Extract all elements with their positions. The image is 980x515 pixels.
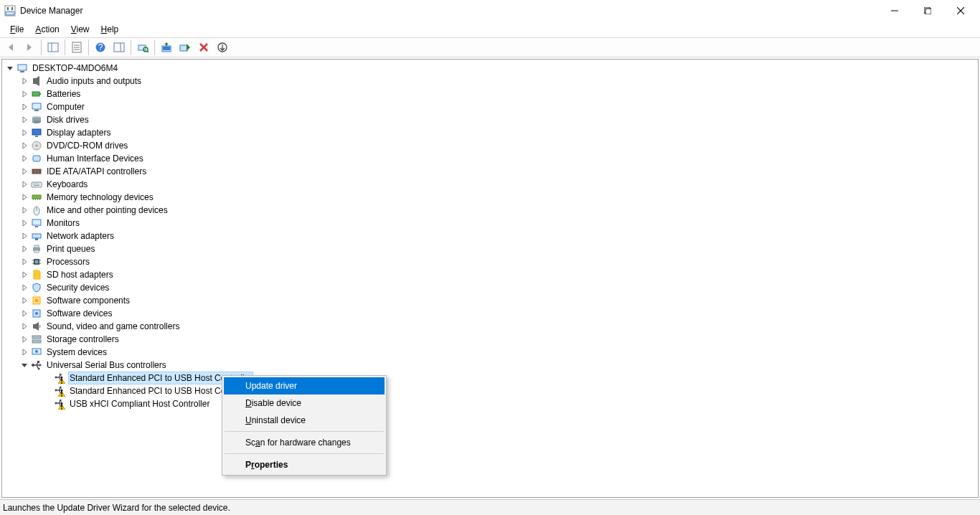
- tree-category-row[interactable]: DVD/CD-ROM drives: [2, 139, 978, 152]
- menu-action[interactable]: Action: [29, 23, 65, 36]
- toolbar-help-button[interactable]: ?: [92, 39, 109, 56]
- tree-category-row[interactable]: Storage controllers: [2, 333, 978, 346]
- tree-category-row[interactable]: Security devices: [2, 281, 978, 294]
- tree-root-row[interactable]: DESKTOP-4MDO6M4: [2, 62, 978, 75]
- chevron-right-icon[interactable]: [19, 334, 29, 344]
- svg-rect-78: [32, 340, 41, 343]
- help-icon: ?: [95, 42, 106, 53]
- chevron-right-icon[interactable]: [19, 166, 29, 176]
- toolbar-update-driver-button[interactable]: [158, 39, 175, 56]
- chevron-right-icon[interactable]: [19, 244, 29, 254]
- tree-root-label: DESKTOP-4MDO6M4: [31, 62, 119, 75]
- chevron-right-icon[interactable]: [19, 347, 29, 357]
- tree-category-row[interactable]: Software devices: [2, 307, 978, 320]
- chevron-right-icon[interactable]: [19, 205, 29, 215]
- ctx-disable-device[interactable]: Disable device: [224, 394, 385, 412]
- chevron-right-icon[interactable]: [19, 270, 29, 280]
- tree-category-row[interactable]: Monitors: [2, 217, 978, 230]
- tree-device-row[interactable]: !USB xHCI Compliant Host Controller: [2, 397, 978, 410]
- svg-rect-2: [11, 7, 13, 10]
- chevron-right-icon[interactable]: [19, 283, 29, 293]
- tree-category-row[interactable]: Print queues: [2, 242, 978, 255]
- ctx-properties[interactable]: Properties: [224, 456, 385, 473]
- chevron-right-icon[interactable]: [19, 179, 29, 189]
- toolbar-console-tree-button[interactable]: [44, 39, 62, 56]
- tree-category-row[interactable]: Mice and other pointing devices: [2, 204, 978, 217]
- svg-rect-60: [35, 226, 38, 227]
- ctx-update-driver[interactable]: Update driver: [224, 377, 385, 394]
- toolbar-disable-button[interactable]: [195, 39, 212, 56]
- chevron-right-icon[interactable]: [19, 153, 29, 164]
- chevron-down-icon[interactable]: [5, 63, 15, 73]
- svg-rect-61: [32, 234, 41, 238]
- cpu-icon: [31, 256, 42, 268]
- tree-category-label: Human Interface Devices: [45, 152, 145, 165]
- toolbar-scan-button[interactable]: [134, 39, 151, 56]
- tree-category-row[interactable]: IDE ATA/ATAPI controllers: [2, 165, 978, 178]
- tree-category-row[interactable]: Computer: [2, 100, 978, 113]
- menu-help[interactable]: Help: [95, 23, 125, 36]
- chevron-right-icon[interactable]: [19, 192, 29, 202]
- tree-category-label: Display adapters: [45, 126, 112, 139]
- toolbar-back-button[interactable]: [2, 39, 19, 56]
- chevron-right-icon[interactable]: [19, 141, 29, 151]
- tree-category-row[interactable]: Software components: [2, 294, 978, 307]
- device-tree[interactable]: DESKTOP-4MDO6M4 Audio inputs and outputs…: [2, 60, 978, 497]
- chevron-right-icon[interactable]: [19, 102, 29, 112]
- tree-category-row[interactable]: SD host adapters: [2, 268, 978, 281]
- toolbar-action-pane-button[interactable]: [110, 39, 128, 56]
- status-text: Launches the Update Driver Wizard for th…: [3, 503, 230, 513]
- toolbar-properties-button[interactable]: [68, 39, 85, 56]
- chevron-right-icon[interactable]: [19, 115, 29, 125]
- chevron-down-icon[interactable]: [19, 360, 29, 370]
- tree-device-row[interactable]: !Standard Enhanced PCI to USB Host Cont: [2, 384, 978, 397]
- tree-device-row[interactable]: !Standard Enhanced PCI to USB Host Contr…: [2, 372, 978, 384]
- svg-rect-48: [33, 184, 34, 184]
- toolbar-enable-button[interactable]: [176, 39, 194, 56]
- close-button[interactable]: [944, 0, 977, 22]
- disable-device-icon: [198, 42, 209, 53]
- tree-category-row[interactable]: Audio inputs and outputs: [2, 75, 978, 88]
- tree-category-label: Software devices: [45, 307, 113, 320]
- tree-category-row[interactable]: Disk drives: [2, 113, 978, 126]
- tree-category-row[interactable]: Batteries: [2, 88, 978, 100]
- chevron-right-icon[interactable]: [19, 296, 29, 306]
- toolbar-uninstall-button[interactable]: [214, 39, 231, 56]
- tree-category-row[interactable]: Network adapters: [2, 230, 978, 242]
- tree-category-row[interactable]: Processors: [2, 255, 978, 268]
- chevron-right-icon[interactable]: [19, 89, 29, 99]
- ctx-uninstall-device[interactable]: Uninstall device: [224, 412, 385, 429]
- console-tree-icon: [47, 42, 59, 53]
- tree-category-row[interactable]: Human Interface Devices: [2, 152, 978, 165]
- tree-category-row[interactable]: Display adapters: [2, 126, 978, 139]
- maximize-button[interactable]: [911, 0, 944, 22]
- chevron-right-icon[interactable]: [19, 128, 29, 138]
- menu-help-rest: elp: [107, 24, 118, 34]
- mouse-icon: [31, 204, 42, 216]
- svg-rect-31: [32, 92, 39, 96]
- minimize-button[interactable]: [878, 0, 911, 22]
- ctx-scan-hardware[interactable]: Scan for hardware changes: [224, 434, 385, 451]
- usb-device-icon: !: [54, 372, 65, 384]
- tree-category-label: Sound, video and game controllers: [45, 320, 181, 333]
- chevron-right-icon[interactable]: [19, 257, 29, 267]
- tree-category-row[interactable]: Memory technology devices: [2, 191, 978, 204]
- arrow-right-icon: [24, 42, 35, 53]
- chevron-right-icon[interactable]: [19, 218, 29, 228]
- content-pane: DESKTOP-4MDO6M4 Audio inputs and outputs…: [1, 59, 979, 498]
- system-icon: [31, 346, 42, 358]
- chevron-right-icon[interactable]: [19, 321, 29, 331]
- menu-file[interactable]: File: [4, 23, 29, 36]
- svg-rect-53: [33, 199, 34, 200]
- display-icon: [31, 127, 42, 138]
- toolbar-forward-button[interactable]: [21, 39, 38, 56]
- action-pane-icon: [113, 42, 125, 53]
- chevron-right-icon[interactable]: [19, 308, 29, 318]
- tree-category-usb[interactable]: Universal Serial Bus controllers: [2, 359, 978, 372]
- tree-category-row[interactable]: System devices: [2, 346, 978, 359]
- menu-view[interactable]: View: [65, 23, 95, 36]
- tree-category-row[interactable]: Sound, video and game controllers: [2, 320, 978, 333]
- chevron-right-icon[interactable]: [19, 231, 29, 241]
- chevron-right-icon[interactable]: [19, 76, 29, 86]
- tree-category-row[interactable]: Keyboards: [2, 178, 978, 191]
